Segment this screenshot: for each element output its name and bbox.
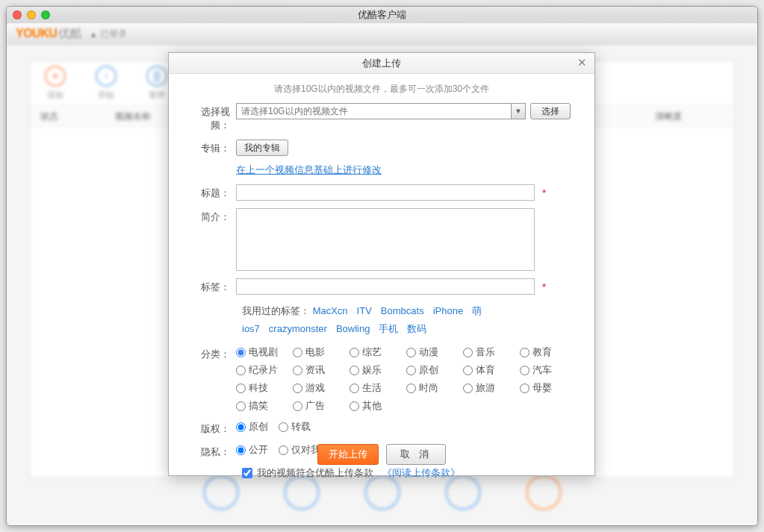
used-tag[interactable]: 数码 — [407, 323, 426, 334]
video-path-combo[interactable]: ▼ — [236, 103, 526, 119]
upload-dialog: 创建上传 ✕ 请选择10G以内的视频文件，最多可一次添加30个文件 选择视频： … — [168, 52, 595, 476]
login-status[interactable]: ▲ 已登录 — [89, 28, 127, 40]
copyright-radio[interactable]: 原创 — [236, 420, 268, 434]
category-radio[interactable]: 搞笑 — [236, 399, 293, 413]
required-mark: * — [542, 281, 546, 292]
minimize-window-button[interactable] — [27, 10, 36, 19]
category-radio[interactable]: 广告 — [293, 399, 350, 413]
dialog-title: 创建上传 ✕ — [169, 53, 594, 74]
label-desc: 简介： — [184, 208, 236, 224]
agree-terms-row: 我的视频符合优酷上传条款 《阅读上传条款》 — [242, 466, 580, 480]
start-upload-button[interactable]: 开始上传 — [317, 444, 379, 465]
window-title: 优酷客户端 — [7, 8, 757, 22]
traffic-lights — [7, 10, 50, 19]
dialog-hint: 请选择10G以内的视频文件，最多可一次添加30个文件 — [184, 83, 580, 96]
pause-button[interactable]: ||暂停 — [146, 66, 167, 101]
used-tag[interactable]: Bowling — [336, 323, 370, 334]
start-button[interactable]: ↑开始 — [96, 66, 117, 101]
category-radio[interactable]: 音乐 — [463, 345, 520, 359]
app-toolbar: YOUKU优酷 ▲ 已登录 — [7, 23, 757, 46]
category-radio[interactable]: 汽车 — [520, 363, 577, 377]
chevron-down-icon[interactable]: ▼ — [511, 103, 526, 119]
used-tag[interactable]: 萌 — [472, 305, 482, 316]
title-input[interactable] — [236, 184, 535, 201]
category-radio[interactable]: 综艺 — [350, 345, 406, 359]
required-mark: * — [542, 187, 546, 198]
label-title: 标题： — [184, 184, 236, 200]
label-album: 专辑： — [184, 140, 236, 155]
edit-from-previous-link[interactable]: 在上一个视频信息基础上进行修改 — [236, 163, 382, 177]
used-tags-section: 我用过的标签： MacXcnITVBombcatsiPhone萌ios7craz… — [242, 302, 580, 338]
label-select-video: 选择视频： — [184, 103, 236, 132]
copyright-radio[interactable]: 转载 — [279, 420, 311, 434]
category-radio[interactable]: 旅游 — [463, 381, 520, 395]
label-copyright: 版权： — [184, 420, 236, 436]
category-radio[interactable]: 资讯 — [293, 363, 350, 377]
terms-link[interactable]: 《阅读上传条款》 — [382, 466, 460, 480]
category-radio[interactable]: 母婴 — [520, 381, 577, 395]
my-album-button[interactable]: 我的专辑 — [236, 140, 288, 156]
used-tag[interactable]: MacXcn — [313, 305, 348, 316]
zoom-window-button[interactable] — [41, 10, 50, 19]
label-tags: 标签： — [184, 278, 236, 294]
category-radio[interactable]: 时尚 — [406, 381, 463, 395]
col-clarity: 清晰度 — [645, 106, 734, 126]
choose-file-button[interactable]: 选择 — [530, 103, 571, 119]
used-tag[interactable]: ITV — [357, 305, 372, 316]
close-icon[interactable]: ✕ — [575, 56, 588, 69]
used-tag[interactable]: Bombcats — [381, 305, 424, 316]
category-radio[interactable]: 科技 — [236, 381, 293, 395]
col-status: 状态 — [30, 106, 105, 126]
category-radio[interactable]: 生活 — [350, 381, 406, 395]
category-radio[interactable]: 教育 — [520, 345, 577, 359]
category-radio[interactable]: 娱乐 — [350, 363, 406, 377]
video-path-input[interactable] — [236, 103, 511, 119]
description-textarea[interactable] — [236, 208, 535, 271]
category-radio[interactable]: 纪录片 — [236, 363, 293, 377]
category-radio[interactable]: 其他 — [350, 399, 406, 413]
category-radio[interactable]: 动漫 — [406, 345, 463, 359]
category-radio[interactable]: 原创 — [406, 363, 463, 377]
used-tag[interactable]: 手机 — [379, 323, 398, 334]
user-icon: ▲ — [89, 29, 98, 40]
titlebar: 优酷客户端 — [7, 7, 757, 23]
add-button[interactable]: +添加 — [45, 66, 66, 101]
category-radio[interactable]: 游戏 — [293, 381, 350, 395]
category-radio[interactable]: 电视剧 — [236, 345, 293, 359]
label-category: 分类： — [184, 345, 236, 361]
agree-checkbox[interactable] — [242, 468, 252, 478]
close-window-button[interactable] — [13, 10, 22, 19]
cancel-button[interactable]: 取 消 — [386, 444, 446, 465]
used-tag[interactable]: crazymonster — [269, 323, 327, 334]
tags-input[interactable] — [236, 278, 535, 295]
category-radio[interactable]: 电影 — [293, 345, 350, 359]
used-tag[interactable]: iPhone — [433, 305, 463, 316]
category-radio[interactable]: 体育 — [463, 363, 520, 377]
logo: YOUKU优酷 — [16, 26, 81, 42]
used-tag[interactable]: ios7 — [242, 323, 260, 334]
